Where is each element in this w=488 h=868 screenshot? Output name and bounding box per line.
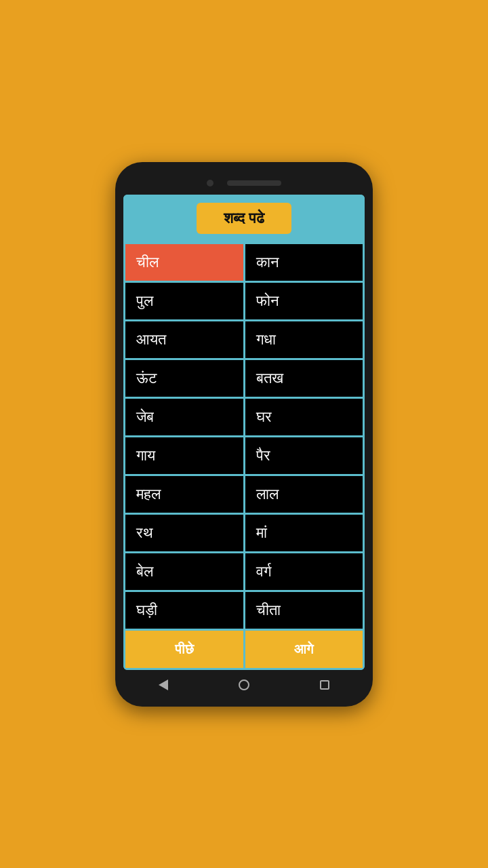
word-text-left-4: जेब [136,408,154,426]
word-text-left-3: ऊंट [136,370,157,387]
word-cell-right-2[interactable]: गधा [245,321,363,358]
word-text-left-9: घड़ी [136,601,157,619]
word-text-right-4: घर [256,408,272,426]
word-cell-right-5[interactable]: पैर [245,437,363,474]
phone-screen: शब्द पढे चीलकानपुलफोनआयतगधाऊंटबतखजेबघरगा… [123,195,365,670]
word-cell-left-8[interactable]: बेल [125,553,243,590]
word-cell-right-1[interactable]: फोन [245,283,363,319]
next-button[interactable]: आगे [245,631,363,668]
word-text-right-8: वर्ग [256,563,271,580]
word-cell-left-9[interactable]: घड़ी [125,592,243,629]
word-cell-right-0[interactable]: कान [245,244,363,281]
word-cell-right-6[interactable]: लाल [245,476,363,513]
word-cell-left-4[interactable]: जेब [125,399,243,435]
word-cell-right-4[interactable]: घर [245,399,363,435]
speaker-bar [227,180,281,186]
word-cell-left-7[interactable]: रथ [125,515,243,551]
word-text-left-6: महल [136,486,161,503]
word-cell-left-2[interactable]: आयत [125,321,243,358]
word-text-left-0: चील [136,254,159,271]
app-header: शब्द पढे [123,195,365,242]
camera-dot [207,180,214,186]
word-text-right-6: लाल [256,486,279,503]
word-cell-left-3[interactable]: ऊंट [125,360,243,397]
word-text-left-8: बेल [136,563,153,580]
word-cell-left-1[interactable]: पुल [125,283,243,319]
home-nav-icon[interactable] [239,679,249,690]
word-text-left-2: आयत [136,331,166,349]
word-text-right-7: मां [256,524,267,542]
back-label: पीछे [175,642,194,656]
back-button[interactable]: पीछे [125,631,243,668]
word-text-right-5: पैर [256,447,270,465]
recents-nav-icon[interactable] [320,680,329,690]
app-title: शब्द पढे [224,210,264,226]
word-text-right-1: फोन [256,292,279,310]
word-text-left-1: पुल [136,292,153,310]
word-text-right-0: कान [256,254,279,271]
phone-top-bar [123,176,365,195]
phone-bottom-bar [123,670,365,694]
word-text-right-9: चीता [256,601,281,619]
back-nav-icon[interactable] [159,679,168,690]
word-cell-left-6[interactable]: महल [125,476,243,513]
phone-device: शब्द पढे चीलकानपुलफोनआयतगधाऊंटबतखजेबघरगा… [115,162,373,707]
word-cell-right-3[interactable]: बतख [245,360,363,397]
word-cell-right-9[interactable]: चीता [245,592,363,629]
word-grid: चीलकानपुलफोनआयतगधाऊंटबतखजेबघरगायपैरमहलला… [123,242,365,631]
word-text-left-7: रथ [136,524,153,542]
next-label: आगे [294,642,313,656]
word-text-right-3: बतख [256,370,283,387]
word-cell-left-0[interactable]: चील [125,244,243,281]
word-cell-left-5[interactable]: गाय [125,437,243,474]
word-cell-right-8[interactable]: वर्ग [245,553,363,590]
word-text-right-2: गधा [256,331,276,349]
word-cell-right-7[interactable]: मां [245,515,363,551]
nav-bar: पीछे आगे [123,631,365,670]
word-text-left-5: गाय [136,447,155,465]
title-box: शब्द पढे [197,203,291,234]
